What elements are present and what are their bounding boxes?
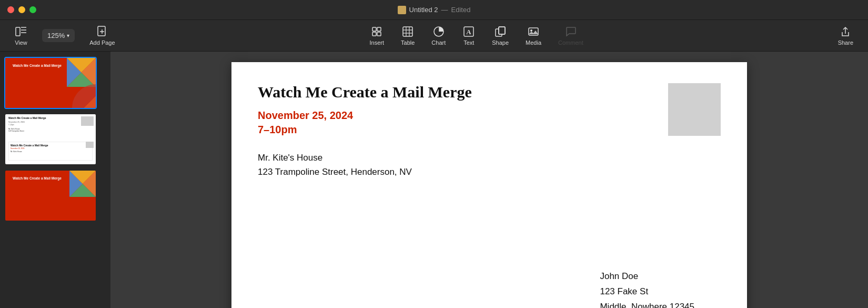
shape-label: Shape [492, 39, 509, 46]
toolbar-right: Share [832, 22, 860, 49]
recipient-name: John Doe [600, 269, 694, 284]
slide-thumbnail-2[interactable]: 2 Watch Me Create a Mail Merge November … [4, 113, 106, 165]
comment-icon [564, 25, 577, 38]
title-separator: — [441, 6, 448, 14]
document-icon [398, 6, 406, 14]
slide-thumb-1[interactable]: Watch Me Create a Mail Merge [4, 57, 97, 109]
titlebar-title: Untitled 2 — Edited [398, 6, 471, 14]
window-controls [7, 6, 36, 13]
chart-button[interactable]: Chart [425, 22, 452, 49]
sender-address-line1: Mr. Kite's House [258, 151, 721, 165]
view-button[interactable]: View [8, 22, 34, 49]
titlebar: Untitled 2 — Edited [0, 0, 868, 20]
svg-rect-11 [403, 27, 412, 36]
document-status: Edited [451, 6, 471, 14]
svg-rect-0 [16, 27, 20, 36]
zoom-control[interactable]: 125% ▾ [42, 29, 75, 42]
thumb2-image-placeholder [81, 116, 94, 126]
view-icon [15, 25, 27, 38]
svg-rect-21 [499, 27, 505, 34]
shape-icon [494, 25, 507, 38]
svg-rect-10 [377, 32, 381, 36]
maximize-button[interactable] [29, 6, 36, 13]
view-label: View [15, 39, 27, 46]
recipient-address: John Doe 123 Fake St Middle, Nowhere 123… [600, 269, 694, 308]
add-page-icon [96, 25, 108, 38]
slide-thumbnail-1[interactable]: 1 Watch Me Create a Mail Merge [4, 57, 106, 109]
add-page-button[interactable]: Add Page [83, 22, 121, 49]
media-icon [527, 25, 540, 38]
slide-thumbnail-3[interactable]: Watch Me Create a Mail Merge [4, 170, 106, 222]
document-title: Untitled 2 [409, 6, 438, 14]
insert-label: Insert [370, 39, 385, 46]
zoom-value: 125% [47, 32, 65, 39]
table-icon [401, 25, 414, 38]
text-label: Text [463, 39, 474, 46]
document-time: 7–10pm [258, 124, 721, 136]
text-icon: A [462, 25, 475, 38]
svg-rect-9 [372, 32, 376, 36]
svg-text:A: A [467, 28, 472, 36]
chart-label: Chart [431, 39, 446, 46]
shape-button[interactable]: Shape [486, 22, 515, 49]
svg-rect-8 [377, 27, 381, 31]
comment-label: Comment [558, 39, 583, 46]
toolbar: View 125% ▾ Add Page [0, 20, 868, 52]
text-button[interactable]: A Text [456, 22, 481, 49]
sender-address-line2: 123 Trampoline Street, Henderson, NV [258, 165, 721, 179]
document-title: Watch Me Create a Mail Merge [258, 83, 721, 101]
close-button[interactable] [7, 6, 14, 13]
share-button[interactable]: Share [832, 22, 860, 49]
svg-rect-7 [372, 27, 376, 31]
slide-thumb-2[interactable]: Watch Me Create a Mail Merge November 25… [4, 113, 97, 165]
recipient-street: 123 Fake St [600, 284, 694, 300]
comment-button[interactable]: Comment [552, 22, 590, 49]
zoom-chevron-icon: ▾ [67, 33, 69, 38]
slide-panel: 1 Watch Me Create a Mail Merge [0, 52, 110, 308]
media-button[interactable]: Media [519, 22, 548, 49]
media-label: Media [526, 39, 541, 46]
chart-icon [432, 25, 445, 38]
sender-address: Mr. Kite's House 123 Trampoline Street, … [258, 151, 721, 179]
recipient-city: Middle, Nowhere 12345 [600, 300, 694, 308]
main-area: 1 Watch Me Create a Mail Merge [0, 52, 868, 308]
toolbar-left: View 125% ▾ Add Page [8, 22, 122, 49]
table-label: Table [401, 39, 415, 46]
slide-thumb-3[interactable]: Watch Me Create a Mail Merge [4, 170, 97, 222]
share-label: Share [838, 39, 853, 46]
image-placeholder [668, 83, 721, 136]
minimize-button[interactable] [18, 6, 25, 13]
share-icon [839, 25, 852, 38]
table-button[interactable]: Table [395, 22, 421, 49]
svg-rect-4 [98, 26, 105, 36]
toolbar-center: Insert Table [122, 22, 832, 49]
add-page-label: Add Page [89, 39, 115, 46]
svg-point-24 [530, 29, 532, 32]
canvas-area: Watch Me Create a Mail Merge November 25… [110, 52, 868, 308]
insert-icon [370, 25, 383, 38]
document-page: Watch Me Create a Mail Merge November 25… [231, 62, 747, 308]
insert-button[interactable]: Insert [364, 22, 391, 49]
document-date: November 25, 2024 [258, 110, 721, 122]
